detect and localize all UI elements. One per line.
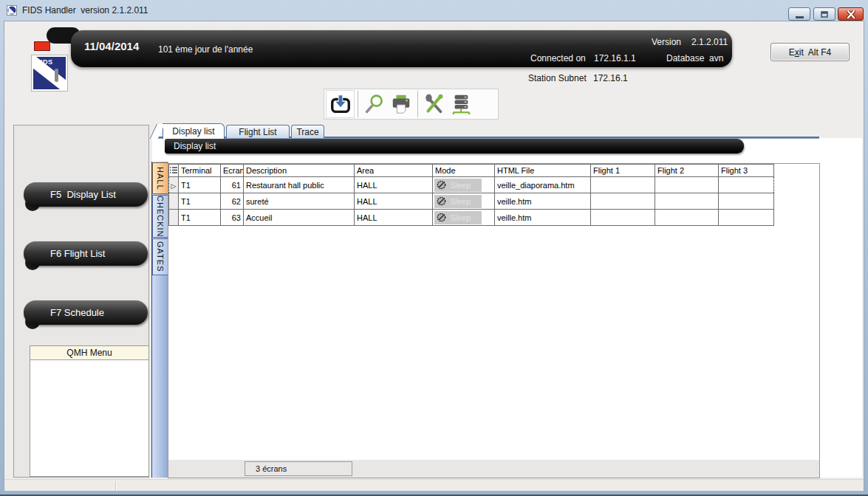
day-of-year: 101 ème jour de l'année	[158, 44, 253, 55]
cell-area[interactable]: HALL	[355, 210, 433, 226]
sleep-mode-button[interactable]: Sleep	[434, 195, 482, 208]
tab-display-list[interactable]: Display list	[163, 123, 225, 139]
cell-flight3[interactable]	[719, 177, 774, 193]
sidebar-button-label: F6 Flight List	[50, 248, 105, 259]
cell-terminal[interactable]: T1	[179, 177, 221, 193]
column-header-flight1[interactable]: Flight 1	[591, 165, 655, 177]
tools-button[interactable]	[421, 91, 448, 117]
column-header-ecran[interactable]: Ecran	[221, 165, 244, 177]
cell-flight1[interactable]	[591, 177, 655, 193]
fids-logo: FIDS	[31, 55, 68, 92]
close-icon	[847, 10, 855, 18]
exit-label-rest: it Alt F4	[799, 47, 831, 58]
sleep-icon	[437, 196, 446, 206]
servers-button[interactable]	[448, 91, 474, 117]
area-tab-gates[interactable]: GATES	[152, 238, 168, 275]
titlebar[interactable]: FIDS Handler version 2.1.2.011	[0, 0, 868, 21]
maximize-icon	[821, 11, 828, 18]
servers-icon	[450, 93, 472, 115]
import-button[interactable]	[326, 90, 355, 118]
connected-ip: 172.16.1.1	[594, 53, 636, 63]
minimize-button[interactable]	[788, 7, 810, 21]
cell-area[interactable]: HALL	[355, 193, 433, 210]
cell-description[interactable]: Accueil	[244, 210, 355, 226]
qmh-menu-list[interactable]	[30, 359, 149, 477]
import-icon	[329, 93, 352, 115]
cell-mode: Sleep	[433, 210, 495, 226]
column-header-terminal[interactable]: Terminal	[179, 165, 221, 177]
column-header-area[interactable]: Area	[355, 165, 433, 177]
tools-icon	[423, 93, 445, 115]
cell-mode: Sleep	[433, 177, 495, 193]
table-footer: 3 écrans	[168, 459, 819, 478]
column-header-flight3[interactable]: Flight 3	[719, 165, 774, 177]
screen-count: 3 écrans	[245, 461, 352, 476]
search-button[interactable]	[361, 91, 388, 117]
fids-logo-art: FIDS	[33, 57, 66, 89]
table-panel: Terminal Ecran Description Area Mode HTM…	[168, 163, 820, 478]
cell-area[interactable]: HALL	[355, 177, 433, 193]
version-value: 2.1.2.011	[691, 37, 728, 47]
sidebar-button-f7-schedule[interactable]: F7 Schedule	[24, 300, 148, 325]
cell-description[interactable]: sureté	[244, 193, 355, 210]
table-row[interactable]: T1 62 sureté HALL Sleep veille.htm	[169, 193, 774, 210]
cell-html-file[interactable]: veille.htm	[495, 193, 591, 210]
table-row[interactable]: ▷ T1 61 Restaurant hall public HALL Slee…	[169, 177, 774, 193]
maximize-button[interactable]	[813, 7, 835, 21]
database-label: Database	[666, 53, 704, 63]
cell-flight2[interactable]	[655, 210, 719, 226]
row-marker-cell: ▷	[169, 177, 179, 193]
cell-ecran[interactable]: 61	[221, 177, 244, 193]
toolbar	[324, 89, 499, 120]
status-bar-divider	[115, 481, 117, 490]
tab-flight-list[interactable]: Flight List	[226, 125, 290, 138]
column-header-html-file[interactable]: HTML File	[495, 165, 591, 177]
sidebar-button-label: F5 Display List	[50, 189, 116, 200]
version-label: Version	[652, 37, 681, 47]
info-bar: 11/04/2014 101 ème jour de l'année Versi…	[71, 30, 732, 67]
cell-terminal[interactable]: T1	[179, 193, 221, 210]
sleep-mode-button[interactable]: Sleep	[434, 211, 482, 224]
connected-label: Connected on	[530, 53, 586, 63]
cell-flight2[interactable]	[655, 193, 719, 210]
status-bar	[4, 479, 864, 491]
table-row[interactable]: T1 63 Accueil HALL Sleep veille.htm	[169, 210, 774, 226]
sleep-mode-button[interactable]: Sleep	[434, 179, 482, 192]
window-title: FIDS Handler version 2.1.2.011	[22, 5, 148, 16]
tab-trace[interactable]: Trace	[291, 125, 324, 138]
column-header-mode[interactable]: Mode	[433, 165, 495, 177]
column-header-flight2[interactable]: Flight 2	[655, 165, 719, 177]
area-tab-hall[interactable]: HALL	[152, 162, 168, 194]
exit-label-part: E	[789, 47, 795, 58]
cell-html-file[interactable]: veille.htm	[495, 210, 591, 226]
cell-terminal[interactable]: T1	[179, 210, 221, 226]
cell-ecran[interactable]: 62	[221, 193, 244, 210]
sidebar-button-f5-display-list[interactable]: F5 Display List	[24, 182, 148, 207]
close-button[interactable]	[838, 7, 864, 21]
cell-ecran[interactable]: 63	[221, 210, 244, 226]
area-tab-checkin[interactable]: CHECKIN	[152, 195, 168, 238]
sidebar-button-f6-flight-list[interactable]: F6 Flight List	[24, 241, 148, 266]
minimize-icon	[796, 16, 804, 18]
logo-text: FIDS	[36, 58, 53, 66]
cell-html-file[interactable]: veille_diaporama.htm	[495, 177, 591, 193]
cell-flight3[interactable]	[719, 210, 774, 226]
area-tab-label: GATES	[156, 241, 165, 272]
toolbar-separator	[358, 91, 358, 117]
app-icon	[7, 4, 18, 16]
sleep-icon	[437, 213, 446, 222]
row-marker-cell	[169, 193, 179, 210]
list-icon	[170, 166, 178, 174]
exit-button[interactable]: Exit Alt F4	[770, 43, 850, 61]
sleep-label: Sleep	[450, 197, 471, 206]
logo-pen	[55, 69, 58, 82]
cell-flight1[interactable]	[591, 193, 655, 210]
table-header-row: Terminal Ecran Description Area Mode HTM…	[169, 165, 774, 177]
cell-flight2[interactable]	[655, 177, 719, 193]
cell-description[interactable]: Restaurant hall public	[244, 177, 355, 193]
sleep-label: Sleep	[450, 213, 471, 222]
cell-flight3[interactable]	[719, 193, 774, 210]
cell-flight1[interactable]	[591, 210, 655, 226]
column-header-description[interactable]: Description	[244, 165, 355, 177]
print-button[interactable]	[388, 91, 414, 117]
